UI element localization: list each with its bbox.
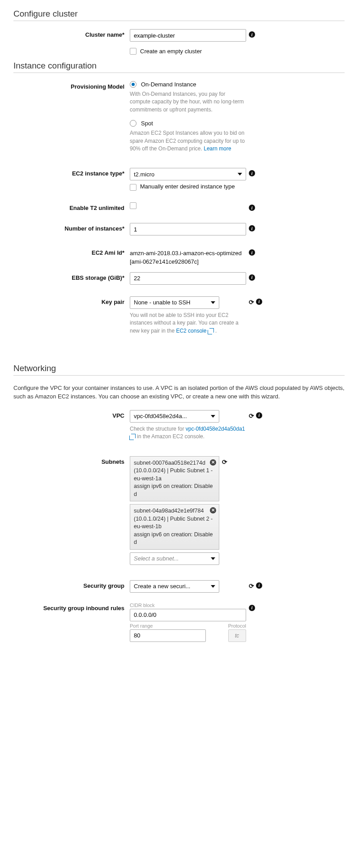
spot-help: Amazon EC2 Spot Instances allow you to b… <box>130 129 246 153</box>
key-pair-select[interactable]: None - unable to SSH <box>130 296 219 309</box>
divider <box>13 375 345 376</box>
manual-type-checkbox-row[interactable]: Manually enter desired instance type <box>130 183 246 191</box>
ec2-console-link[interactable]: EC2 console <box>176 328 213 334</box>
info-icon[interactable]: i <box>249 170 255 176</box>
subnet-token-1: subnet-04a98ad42e1e9f784 (10.0.1.0/24) |… <box>130 504 219 550</box>
refresh-icon[interactable]: ⟳ <box>249 299 254 306</box>
empty-cluster-label: Create an empty cluster <box>140 48 202 55</box>
cidr-block-input[interactable] <box>130 609 246 621</box>
info-icon[interactable]: i <box>249 249 255 256</box>
chevron-down-icon <box>211 557 215 560</box>
subnet-select[interactable]: Select a subnet... <box>130 552 219 565</box>
info-icon[interactable]: i <box>256 299 262 305</box>
section-title-configure-cluster: Configure cluster <box>13 9 345 19</box>
t2-unlimited-checkbox[interactable] <box>130 202 136 209</box>
info-icon[interactable]: i <box>256 582 262 589</box>
ec2-type-label: EC2 instance type* <box>13 168 130 177</box>
on-demand-label: On-Demand Instance <box>141 81 196 88</box>
on-demand-radio[interactable] <box>130 81 136 88</box>
on-demand-help: With On-Demand Instances, you pay for co… <box>130 90 246 114</box>
section-title-instance-config: Instance configuration <box>13 61 345 71</box>
cluster-name-label: Cluster name* <box>13 29 130 38</box>
info-icon[interactable]: i <box>249 274 255 281</box>
networking-description: Configure the VPC for your container ins… <box>13 384 345 401</box>
spot-label: Spot <box>141 120 153 127</box>
ec2-type-select[interactable]: t2.micro <box>130 168 246 180</box>
num-instances-input[interactable] <box>130 223 246 235</box>
subnets-label: Subnets <box>13 456 130 465</box>
refresh-icon[interactable]: ⟳ <box>249 412 254 419</box>
empty-cluster-checkbox-row[interactable]: Create an empty cluster <box>130 48 246 55</box>
vpc-label: VPC <box>13 410 130 419</box>
refresh-icon[interactable]: ⟳ <box>222 458 227 466</box>
provisioning-model-label: Provisioning Model <box>13 81 130 90</box>
inbound-rules-label: Security group inbound rules <box>13 603 130 611</box>
refresh-icon[interactable]: ⟳ <box>249 582 254 590</box>
learn-more-link[interactable]: Learn more <box>204 145 231 152</box>
ami-id-value: amzn-ami-2018.03.i-amazon-ecs-optimized … <box>130 247 246 265</box>
cluster-name-input[interactable] <box>130 29 246 42</box>
security-group-label: Security group <box>13 580 130 589</box>
chevron-down-icon <box>238 173 242 175</box>
info-icon[interactable]: i <box>256 412 262 419</box>
info-icon[interactable]: i <box>249 605 255 611</box>
manual-type-label: Manually enter desired instance type <box>140 183 235 190</box>
spot-radio-row[interactable]: Spot <box>130 120 246 127</box>
subnet-token-0: subnet-00076aa0518e2174d (10.0.0.0/24) |… <box>130 456 219 502</box>
vpc-select[interactable]: vpc-0fd0458e2d4a... <box>130 410 219 423</box>
empty-cluster-checkbox[interactable] <box>130 48 136 55</box>
section-title-networking: Networking <box>13 363 345 373</box>
remove-icon[interactable]: ✕ <box>210 459 216 466</box>
protocol-value: tc <box>228 629 246 642</box>
port-range-label: Port range <box>130 623 224 629</box>
divider <box>13 73 345 73</box>
info-icon[interactable]: i <box>249 205 255 211</box>
t2-unlimited-label: Enable T2 unlimited <box>13 202 130 211</box>
info-icon[interactable]: i <box>249 31 255 38</box>
ebs-label: EBS storage (GiB)* <box>13 272 130 281</box>
protocol-label: Protocol <box>228 623 246 629</box>
cidr-block-label: CIDR block <box>130 603 246 608</box>
key-pair-help: You will not be able to SSH into your EC… <box>130 312 246 335</box>
ami-id-label: EC2 Ami Id* <box>13 247 130 256</box>
info-icon[interactable]: i <box>249 225 255 231</box>
spot-radio[interactable] <box>130 120 136 127</box>
key-pair-label: Key pair <box>13 296 130 305</box>
chevron-down-icon <box>211 585 215 588</box>
external-link-icon <box>131 434 136 438</box>
remove-icon[interactable]: ✕ <box>210 507 216 513</box>
divider <box>13 21 345 21</box>
ebs-input[interactable] <box>130 272 246 285</box>
manual-type-checkbox[interactable] <box>130 184 136 191</box>
on-demand-radio-row[interactable]: On-Demand Instance <box>130 81 246 88</box>
chevron-down-icon <box>211 301 215 304</box>
vpc-help: Check the structure for vpc-0fd0458e2d4a… <box>130 425 246 441</box>
external-link-icon <box>209 328 214 333</box>
num-instances-label: Number of instances* <box>13 223 130 232</box>
security-group-select[interactable]: Create a new securi... <box>130 580 219 593</box>
port-range-input[interactable] <box>130 629 206 642</box>
chevron-down-icon <box>211 415 215 418</box>
